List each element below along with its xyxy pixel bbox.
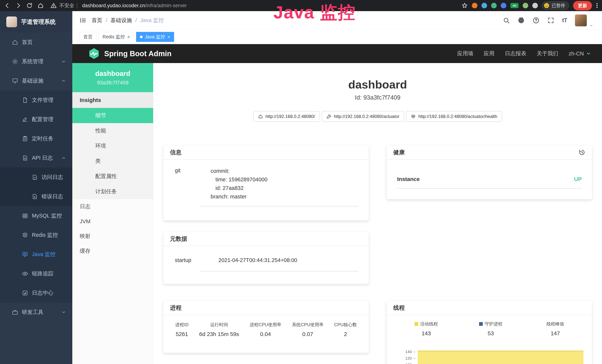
instance-menu-scheduled-tasks[interactable]: 计划任务 xyxy=(72,184,153,199)
address-bar[interactable]: dashboard.yudao.iocoder.cn/infra/admin-s… xyxy=(82,3,187,9)
process-card: 进程 进程ID 5261 运行时间 6d 23h 15m 59s xyxy=(163,301,369,353)
sidebar-item-error-logs[interactable]: 错误日志 xyxy=(0,187,72,206)
smiley-icon xyxy=(544,3,549,9)
update-button[interactable]: 更新 xyxy=(573,1,592,11)
history-icon[interactable] xyxy=(579,149,585,156)
sidebar-item-log-center[interactable]: 日志中心 xyxy=(0,283,72,303)
extension-icon-6[interactable] xyxy=(532,3,538,8)
page-head: dashboard Id: 93a3fc7f7409 xyxy=(153,78,602,101)
instance-menu-logs[interactable]: 日志 xyxy=(72,199,153,214)
app-logo[interactable]: 芋道管理系统 xyxy=(0,11,72,33)
extension-icon-1[interactable] xyxy=(472,3,477,8)
extension-icon-3[interactable] xyxy=(491,3,497,8)
sidebar-item-infrastructure[interactable]: 基础设施 xyxy=(0,71,72,90)
browser-home-icon[interactable] xyxy=(37,2,44,9)
service-url-link[interactable]: http://192.168.0.2:48080/ xyxy=(253,111,320,122)
app-sidebar: 芋道管理系统 首页 系统管理 基础设施 文件管理 配置管理 定时任务 xyxy=(0,11,72,364)
extension-icon-2[interactable] xyxy=(482,3,487,8)
actuator-url-link[interactable]: http://192.168.0.2:48080/actuator xyxy=(322,111,404,122)
help-icon[interactable] xyxy=(532,17,539,24)
main-column: 首页 / 基础设施 / Java 监控 tT 首页 Redis xyxy=(72,11,602,364)
github-icon[interactable] xyxy=(518,17,525,24)
header-actions: tT xyxy=(503,13,593,27)
log-edit-icon xyxy=(22,290,28,296)
chevron-up-icon xyxy=(61,78,66,83)
sidebar-item-system-management[interactable]: 系统管理 xyxy=(0,52,72,71)
health-instance-row: Instance UP xyxy=(397,176,582,189)
tab-close-icon[interactable]: × xyxy=(167,34,170,39)
instance-menu-jvm[interactable]: JVM xyxy=(72,214,153,229)
bookmark-star-icon[interactable] xyxy=(462,2,468,9)
sidebar-item-access-logs[interactable]: 访问日志 xyxy=(0,168,72,187)
annotation-java-monitor: Java 监控 xyxy=(273,1,356,24)
instance-name: dashboard xyxy=(95,70,130,77)
tab-close-icon[interactable]: × xyxy=(127,34,130,39)
sidebar-item-file-management[interactable]: 文件管理 xyxy=(0,90,72,110)
breadcrumb-section[interactable]: 基础设施 xyxy=(110,17,132,24)
sidebar-item-redis-monitor[interactable]: Redis 监控 xyxy=(0,225,72,245)
user-avatar[interactable] xyxy=(575,14,587,26)
sidebar-item-java-monitor[interactable]: Java 监控 xyxy=(0,245,72,264)
sba-nav-applications[interactable]: 应用 xyxy=(484,50,494,57)
security-indicator[interactable]: 不安全 xyxy=(50,2,77,9)
sidebar-item-home[interactable]: 首页 xyxy=(0,33,72,52)
font-size-icon[interactable]: tT xyxy=(562,17,567,24)
extension-on-badge-icon[interactable]: on xyxy=(510,3,519,8)
url-path: /infra/admin-server xyxy=(145,3,187,8)
forward-icon[interactable] xyxy=(15,2,22,9)
instance-menu-config-props[interactable]: 配置属性 xyxy=(72,169,153,184)
sidebar-item-api-logs[interactable]: API 日志 xyxy=(0,148,72,168)
menu-fold-icon[interactable] xyxy=(79,17,86,24)
metadata-row-value: 2021-04-27T00:44:31.254+08:00 xyxy=(200,257,358,271)
y-tick-100: 100 xyxy=(394,363,412,364)
sba-brand-title: Spring Boot Admin xyxy=(104,50,172,58)
instance-menu-classes[interactable]: 类 xyxy=(72,153,153,169)
process-card-body: 进程ID 5261 运行时间 6d 23h 15m 59s 进程CPU使用率 0… xyxy=(163,315,369,337)
extensions-row: on 已暂停 更新 xyxy=(462,1,598,11)
sidebar-item-mysql-monitor[interactable]: MySQL 监控 xyxy=(0,206,72,225)
sba-nav-about[interactable]: 关于我们 xyxy=(537,50,558,57)
instance-links: http://192.168.0.2:48080/ http://192.168… xyxy=(153,111,602,122)
java-monitor-icon xyxy=(22,251,28,257)
instance-sidebar: dashboard 93a3fc7f7409 Insights 细节 性能 环境… xyxy=(72,63,153,364)
instance-menu-performance[interactable]: 性能 xyxy=(72,123,153,138)
insights-section-header[interactable]: Insights xyxy=(72,92,153,108)
browser-menu-kebab-icon[interactable] xyxy=(596,2,598,9)
sidebar-item-config-management[interactable]: 配置管理 xyxy=(0,110,72,129)
tab-java-monitor[interactable]: Java 监控 × xyxy=(136,32,174,42)
legend-live-threads: 活动线程 143 xyxy=(394,321,459,337)
health-url-link[interactable]: http://192.168.0.2:48080/actuator/health xyxy=(406,111,502,122)
extension-icon-4[interactable] xyxy=(501,3,506,8)
instance-detail-content: dashboard Id: 93a3fc7f7409 http://192.16… xyxy=(153,63,602,364)
sba-nav-journal[interactable]: 日志报表 xyxy=(505,50,526,57)
locale-select[interactable]: zh-CN xyxy=(569,51,591,57)
sba-body: dashboard 93a3fc7f7409 Insights 细节 性能 环境… xyxy=(72,63,602,364)
extension-icon-5[interactable] xyxy=(523,3,528,8)
sidebar-item-link-tracing[interactable]: 链路追踪 xyxy=(0,264,72,283)
instance-menu-details[interactable]: 细节 xyxy=(72,108,153,123)
breadcrumb-home[interactable]: 首页 xyxy=(92,17,102,24)
y-tick-140: 140 xyxy=(394,350,412,354)
health-card-title: 健康 xyxy=(387,146,592,160)
tab-home[interactable]: 首页 xyxy=(79,32,97,42)
cards-left-column: 信息 git commit: time: 1596289704000 id: 2… xyxy=(163,146,369,353)
clipboard-icon xyxy=(22,136,28,142)
threads-chart: 140 120 100 xyxy=(394,347,588,364)
briefcase-icon xyxy=(12,309,18,315)
search-icon[interactable] xyxy=(503,17,510,24)
metadata-row-label: startup xyxy=(175,257,200,271)
instance-menu-caches[interactable]: 缓存 xyxy=(72,244,153,258)
fullscreen-icon[interactable] xyxy=(547,17,554,24)
sidebar-item-dev-tools[interactable]: 研发工具 xyxy=(0,303,72,322)
sidebar-item-scheduled-tasks[interactable]: 定时任务 xyxy=(0,129,72,148)
reload-icon[interactable] xyxy=(26,2,33,9)
instance-header[interactable]: dashboard 93a3fc7f7409 xyxy=(72,63,153,92)
y-tick-120: 120 xyxy=(394,356,412,361)
instance-menu-environment[interactable]: 环境 xyxy=(72,138,153,153)
instance-menu-mappings[interactable]: 映射 xyxy=(72,229,153,244)
paused-badge[interactable]: 已暂停 xyxy=(542,1,569,10)
back-icon[interactable] xyxy=(4,2,10,9)
wrench-icon xyxy=(326,114,331,119)
sba-nav-wallboard[interactable]: 应用墙 xyxy=(457,50,473,57)
tab-redis-monitor[interactable]: Redis 监控 × xyxy=(99,32,134,42)
